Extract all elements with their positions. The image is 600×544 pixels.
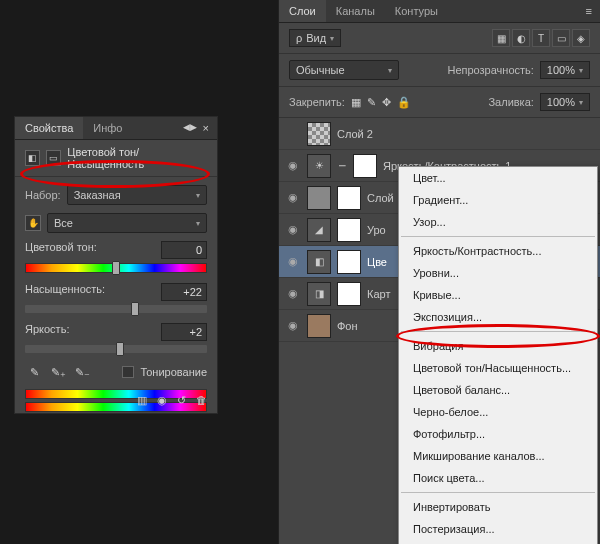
- menu-separator: [401, 236, 595, 237]
- tab-properties[interactable]: Свойства: [15, 117, 83, 139]
- colorize-checkbox[interactable]: [122, 366, 134, 378]
- blend-mode-dropdown[interactable]: Обычные▾: [289, 60, 399, 80]
- channel-value: Все: [54, 217, 73, 229]
- visibility-toggle[interactable]: ◉: [285, 255, 301, 268]
- layer-row[interactable]: Слой 2: [279, 118, 600, 150]
- eyedropper-row: ✎ ✎₊ ✎₋ Тонирование: [25, 363, 207, 381]
- lock-all-icon[interactable]: 🔒: [397, 96, 411, 109]
- tab-info[interactable]: Инфо: [83, 117, 132, 139]
- menu-item[interactable]: Узор...: [399, 211, 597, 233]
- menu-item[interactable]: Микширование каналов...: [399, 445, 597, 467]
- preset-dropdown[interactable]: Заказная ▾: [67, 185, 207, 205]
- close-icon[interactable]: ×: [203, 122, 209, 134]
- saturation-input[interactable]: [161, 283, 207, 301]
- saturation-label: Насыщенность:: [25, 283, 105, 301]
- menu-item[interactable]: Вибрация: [399, 335, 597, 357]
- layer-mask: [353, 154, 377, 178]
- adj-gradmap-icon: ◨: [307, 282, 331, 306]
- hue-input[interactable]: [161, 241, 207, 259]
- tab-channels[interactable]: Каналы: [326, 0, 385, 22]
- layer-mask: [337, 186, 361, 210]
- eyedropper-sub-icon[interactable]: ✎₋: [73, 363, 91, 381]
- lock-label: Закрепить:: [289, 96, 345, 108]
- collapse-icon[interactable]: ◀▶: [183, 122, 197, 134]
- lock-pixels-icon[interactable]: ✎: [367, 96, 376, 109]
- menu-item[interactable]: Постеризация...: [399, 518, 597, 540]
- menu-item[interactable]: Изогелия...: [399, 540, 597, 544]
- tab-layers[interactable]: Слои: [279, 0, 326, 22]
- chevron-down-icon: ▾: [196, 219, 200, 228]
- menu-item[interactable]: Черно-белое...: [399, 401, 597, 423]
- adjustment-title-row: ◧ ▭ Цветовой тон/Насыщенность: [15, 140, 217, 177]
- clip-icon[interactable]: ▥: [137, 394, 147, 407]
- layer-mask: [337, 282, 361, 306]
- reset-icon[interactable]: ↺: [177, 394, 186, 407]
- menu-item-hue-sat[interactable]: Цветовой тон/Насыщенность...: [399, 357, 597, 379]
- menu-item[interactable]: Экспозиция...: [399, 306, 597, 328]
- menu-item[interactable]: Яркость/Контрастность...: [399, 240, 597, 262]
- menu-separator: [401, 331, 595, 332]
- properties-body: Набор: Заказная ▾ ✋ Все ▾ Цветовой тон: …: [15, 177, 217, 420]
- hue-label: Цветовой тон:: [25, 241, 97, 259]
- visibility-toggle[interactable]: ◉: [285, 287, 301, 300]
- menu-item[interactable]: Цвет...: [399, 167, 597, 189]
- filter-pixel-icon[interactable]: ▦: [492, 29, 510, 47]
- preset-value: Заказная: [74, 189, 121, 201]
- eyedropper-icon[interactable]: ✎: [25, 363, 43, 381]
- fill-label: Заливка:: [488, 96, 533, 108]
- adjustment-title: Цветовой тон/Насыщенность: [67, 146, 207, 170]
- layer-filter-row: ρВид▾ ▦ ◐ T ▭ ◈: [279, 23, 600, 54]
- visibility-toggle[interactable]: ◉: [285, 159, 301, 172]
- adjustment-context-menu: Цвет... Градиент... Узор... Яркость/Конт…: [398, 166, 598, 544]
- menu-item[interactable]: Уровни...: [399, 262, 597, 284]
- layer-kind-dropdown[interactable]: ρВид▾: [289, 29, 341, 47]
- filter-shape-icon[interactable]: ▭: [552, 29, 570, 47]
- panel-menu-icon[interactable]: ≡: [586, 5, 592, 17]
- filter-text-icon[interactable]: T: [532, 29, 550, 47]
- lightness-row: Яркость:: [25, 323, 207, 353]
- eye-icon[interactable]: ◉: [157, 394, 167, 407]
- layer-thumb: [307, 122, 331, 146]
- menu-item[interactable]: Инвертировать: [399, 496, 597, 518]
- filter-adjust-icon[interactable]: ◐: [512, 29, 530, 47]
- menu-item[interactable]: Кривые...: [399, 284, 597, 306]
- lock-row: Закрепить: ▦ ✎ ✥ 🔒 Заливка: 100%▾: [279, 87, 600, 118]
- lock-transparency-icon[interactable]: ▦: [351, 96, 361, 109]
- menu-item[interactable]: Цветовой баланс...: [399, 379, 597, 401]
- channel-row: ✋ Все ▾: [25, 213, 207, 233]
- saturation-row: Насыщенность:: [25, 283, 207, 313]
- saturation-slider[interactable]: [25, 305, 207, 313]
- adj-brightness-icon: ☀: [307, 154, 331, 178]
- preset-label: Набор:: [25, 189, 61, 201]
- preset-row: Набор: Заказная ▾: [25, 185, 207, 205]
- link-icon: ⎯: [337, 154, 347, 178]
- eyedropper-add-icon[interactable]: ✎₊: [49, 363, 67, 381]
- tab-paths[interactable]: Контуры: [385, 0, 448, 22]
- blend-row: Обычные▾ Непрозрачность: 100%▾: [279, 54, 600, 87]
- chevron-down-icon: ▾: [196, 191, 200, 200]
- mask-icon: ▭: [46, 150, 61, 166]
- menu-item[interactable]: Градиент...: [399, 189, 597, 211]
- hand-tool-icon[interactable]: ✋: [25, 215, 41, 231]
- layer-mask: [337, 218, 361, 242]
- hue-sat-icon: ◧: [25, 150, 40, 166]
- visibility-toggle[interactable]: ◉: [285, 191, 301, 204]
- channel-dropdown[interactable]: Все ▾: [47, 213, 207, 233]
- lightness-input[interactable]: [161, 323, 207, 341]
- menu-separator: [401, 492, 595, 493]
- delete-icon[interactable]: 🗑: [196, 394, 207, 407]
- menu-item[interactable]: Фотофильтр...: [399, 423, 597, 445]
- lightness-slider[interactable]: [25, 345, 207, 353]
- visibility-toggle[interactable]: ◉: [285, 319, 301, 332]
- lock-position-icon[interactable]: ✥: [382, 96, 391, 109]
- filter-smart-icon[interactable]: ◈: [572, 29, 590, 47]
- layer-thumb: [307, 186, 331, 210]
- properties-tabs: Свойства Инфо ◀▶ ×: [15, 117, 217, 140]
- layer-thumb: [307, 314, 331, 338]
- fill-input[interactable]: 100%▾: [540, 93, 590, 111]
- opacity-label: Непрозрачность:: [447, 64, 533, 76]
- hue-slider[interactable]: [25, 263, 207, 273]
- visibility-toggle[interactable]: ◉: [285, 223, 301, 236]
- menu-item[interactable]: Поиск цвета...: [399, 467, 597, 489]
- opacity-input[interactable]: 100%▾: [540, 61, 590, 79]
